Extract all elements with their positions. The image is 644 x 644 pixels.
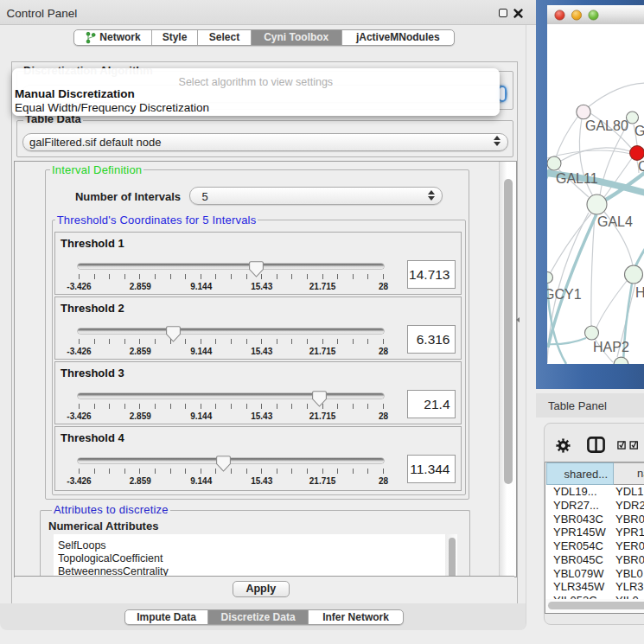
svg-text:GAL80: GAL80	[585, 118, 628, 133]
svg-text:HAP2: HAP2	[593, 340, 629, 354]
svg-text:GA: GA	[634, 124, 644, 138]
svg-text:GAL11: GAL11	[556, 171, 598, 186]
svg-text:C: C	[638, 159, 644, 174]
svg-text:GCY1: GCY1	[547, 287, 582, 302]
svg-text:GAL4: GAL4	[597, 214, 633, 229]
svg-text:H: H	[635, 285, 644, 300]
